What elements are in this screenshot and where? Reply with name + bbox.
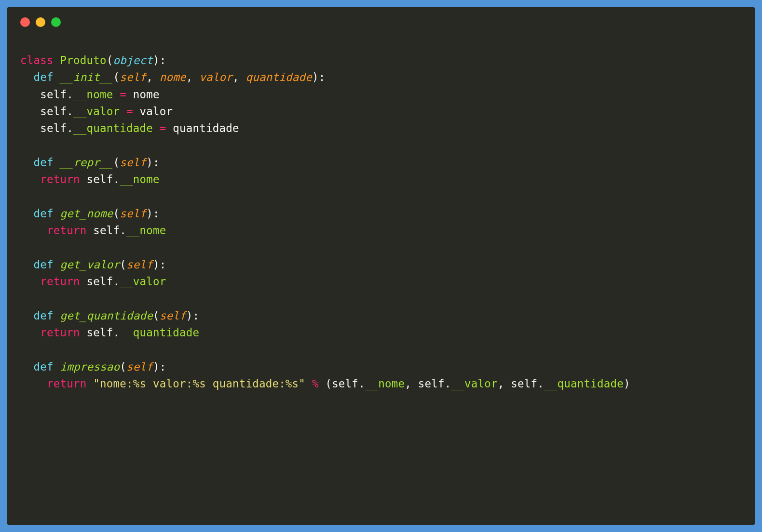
function-init: __init__ [60, 71, 113, 83]
keyword-return: return [40, 275, 80, 288]
attr-valor: __valor [73, 105, 120, 118]
dot: . [113, 275, 120, 288]
keyword-def: def [34, 156, 54, 169]
attr-nome: __nome [126, 224, 166, 237]
dot: . [113, 326, 120, 339]
function-get-valor: get_valor [60, 258, 120, 271]
attr-valor: __valor [120, 275, 166, 288]
title-bar [7, 7, 755, 33]
param-self: self [126, 360, 153, 373]
identifier-self: self [40, 105, 67, 118]
identifier-self: self [93, 224, 120, 237]
comma: , [232, 71, 239, 83]
r-paren: ) [186, 309, 193, 322]
l-paren: ( [120, 360, 126, 373]
function-repr: __repr__ [60, 156, 113, 169]
colon: : [160, 360, 166, 373]
colon: : [153, 156, 160, 169]
string-literal: "nome:%s valor:%s quantidade:%s" [93, 377, 305, 390]
dot: . [537, 377, 544, 390]
l-paren: ( [113, 156, 120, 169]
param-self: self [120, 71, 146, 83]
identifier-self: self [511, 377, 537, 390]
comma: , [498, 377, 504, 390]
dot: . [445, 377, 451, 390]
function-get-nome: get_nome [60, 207, 113, 220]
equals: = [120, 88, 126, 101]
comma: , [186, 71, 193, 83]
l-paren: ( [325, 377, 332, 390]
r-paren: ) [146, 207, 153, 220]
dot: . [67, 122, 73, 134]
keyword-return: return [47, 377, 86, 390]
attr-nome: __nome [365, 377, 405, 390]
identifier-quantidade: quantidade [173, 122, 239, 134]
builtin-object: object [113, 54, 152, 66]
l-paren: ( [153, 309, 160, 322]
r-paren: ) [153, 360, 160, 373]
l-paren: ( [120, 258, 126, 271]
l-paren: ( [107, 54, 113, 66]
minimize-icon[interactable] [36, 17, 45, 27]
identifier-self: self [332, 377, 358, 390]
keyword-def: def [34, 71, 54, 83]
operator-percent: % [312, 377, 319, 390]
identifier-self: self [418, 377, 445, 390]
identifier-self: self [86, 173, 113, 186]
identifier-self: self [40, 122, 67, 134]
colon: : [153, 207, 160, 220]
keyword-return: return [40, 173, 80, 186]
class-name: Produto [60, 54, 106, 66]
keyword-return: return [47, 224, 86, 237]
comma: , [405, 377, 411, 390]
function-impressao: impressao [60, 360, 120, 373]
attr-valor: __valor [451, 377, 498, 390]
attr-nome: __nome [73, 88, 113, 101]
dot: . [67, 88, 73, 101]
dot: . [120, 224, 126, 237]
attr-quantidade: __quantidade [73, 122, 153, 134]
keyword-def: def [34, 309, 54, 322]
l-paren: ( [113, 207, 120, 220]
r-paren: ) [312, 71, 319, 83]
colon: : [192, 309, 199, 322]
identifier-valor: valor [139, 105, 173, 118]
param-self: self [160, 309, 186, 322]
param-self: self [126, 258, 153, 271]
keyword-return: return [40, 326, 80, 339]
param-valor: valor [199, 71, 232, 83]
close-icon[interactable] [20, 17, 30, 27]
equals: = [126, 105, 133, 118]
identifier-nome: nome [133, 88, 160, 101]
colon: : [160, 54, 166, 66]
attr-quantidade: __quantidade [544, 377, 624, 390]
r-paren: ) [153, 54, 160, 66]
keyword-def: def [34, 207, 54, 220]
r-paren: ) [624, 377, 630, 390]
attr-nome: __nome [120, 173, 159, 186]
r-paren: ) [153, 258, 160, 271]
colon: : [160, 258, 166, 271]
keyword-def: def [34, 258, 54, 271]
function-get-quantidade: get_quantidade [60, 309, 153, 322]
param-quantidade: quantidade [245, 71, 312, 83]
equals: = [160, 122, 166, 134]
code-area[interactable]: class Produto(object): def __init__(self… [7, 33, 755, 406]
maximize-icon[interactable] [51, 17, 61, 27]
identifier-self: self [40, 88, 67, 101]
param-self: self [120, 156, 146, 169]
identifier-self: self [86, 275, 113, 288]
dot: . [113, 173, 120, 186]
editor-window: class Produto(object): def __init__(self… [7, 7, 755, 525]
dot: . [358, 377, 365, 390]
param-nome: nome [160, 71, 186, 83]
r-paren: ) [146, 156, 153, 169]
param-self: self [120, 207, 146, 220]
attr-quantidade: __quantidade [120, 326, 199, 339]
keyword-def: def [34, 360, 54, 373]
keyword-class: class [20, 54, 54, 66]
l-paren: ( [113, 71, 120, 83]
comma: , [146, 71, 153, 83]
dot: . [67, 105, 73, 118]
colon: : [319, 71, 326, 83]
